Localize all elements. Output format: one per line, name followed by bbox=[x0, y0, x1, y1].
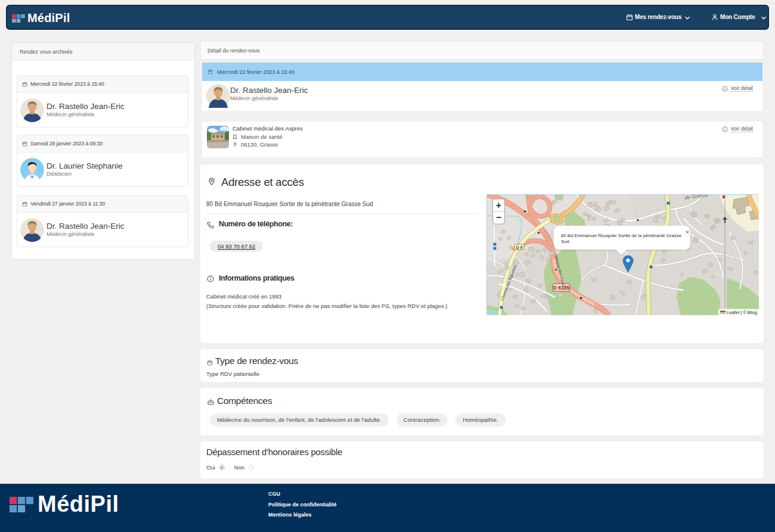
svg-text:D 9: D 9 bbox=[516, 245, 523, 250]
svg-text:D 6185: D 6185 bbox=[553, 285, 570, 291]
svg-text:80 Bd Emmanuel Rouquier Sortie: 80 Bd Emmanuel Rouquier Sortie de la pén… bbox=[561, 233, 681, 238]
svg-text:−: − bbox=[496, 212, 501, 222]
svg-text:Sud: Sud bbox=[561, 239, 569, 244]
svg-text:×: × bbox=[685, 228, 689, 237]
svg-text:+: + bbox=[496, 200, 501, 210]
svg-text:Leaflet | © Bilog: Leaflet | © Bilog bbox=[727, 310, 757, 315]
